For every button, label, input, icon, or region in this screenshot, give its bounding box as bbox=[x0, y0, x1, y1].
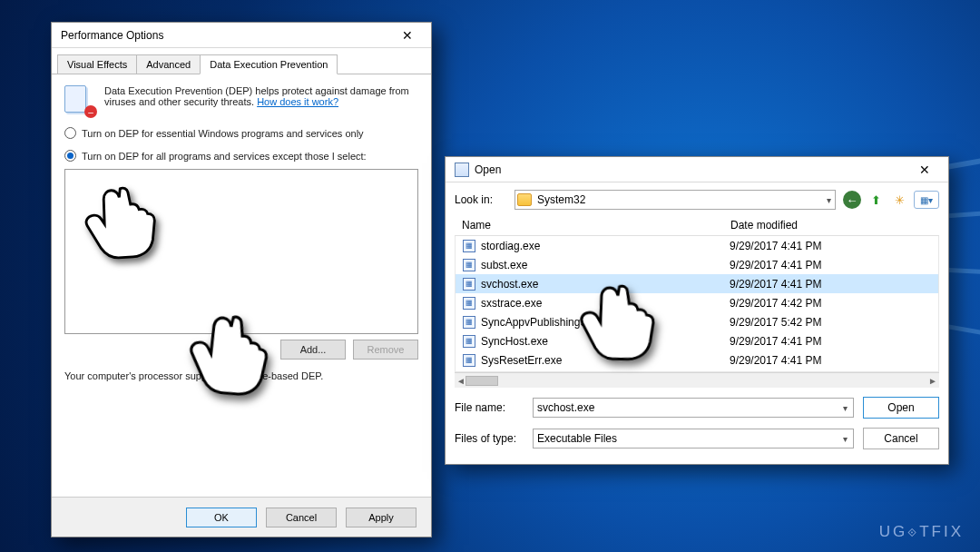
file-date: 9/29/2017 4:41 PM bbox=[730, 278, 821, 291]
file-row[interactable]: ▦SyncHost.exe9/29/2017 4:41 PM bbox=[456, 331, 938, 350]
filetype-value: Executable Files bbox=[537, 432, 617, 445]
horizontal-scrollbar[interactable]: ◄ ► bbox=[455, 372, 939, 388]
file-name: svchost.exe bbox=[481, 278, 730, 291]
radio-essential-only[interactable]: Turn on DEP for essential Windows progra… bbox=[64, 127, 418, 139]
tab-dep[interactable]: Data Execution Prevention bbox=[200, 54, 338, 74]
file-date: 9/29/2017 4:41 PM bbox=[730, 335, 821, 348]
file-row[interactable]: ▦SysResetErr.exe9/29/2017 4:41 PM bbox=[456, 350, 938, 370]
col-date[interactable]: Date modified bbox=[730, 219, 798, 232]
exe-icon: ▦ bbox=[463, 297, 475, 310]
dep-support-note: Your computer's processor supports hardw… bbox=[64, 370, 418, 381]
open-button[interactable]: Open bbox=[863, 397, 939, 419]
file-row[interactable]: ▦subst.exe9/29/2017 4:41 PM bbox=[456, 255, 938, 274]
dialog-button-bar: OK Cancel Apply bbox=[52, 497, 431, 537]
exe-icon: ▦ bbox=[463, 278, 475, 291]
file-name: stordiag.exe bbox=[481, 240, 730, 252]
cancel-button[interactable]: Cancel bbox=[863, 428, 939, 449]
open-file-dialog: Open ✕ Look in: System32 ▾ ← ⬆ ✳ ▦▾ Name… bbox=[445, 156, 949, 465]
col-name[interactable]: Name bbox=[462, 219, 730, 232]
tabstrip: Visual Effects Advanced Data Execution P… bbox=[52, 48, 431, 74]
apply-button[interactable]: Apply bbox=[346, 508, 416, 527]
file-name: SyncAppvPublishingServer.exe bbox=[481, 316, 730, 329]
filename-label: File name: bbox=[455, 401, 524, 414]
scroll-thumb[interactable] bbox=[466, 376, 498, 386]
file-list-header[interactable]: Name Date modified bbox=[455, 215, 939, 236]
file-date: 9/29/2017 4:42 PM bbox=[730, 297, 821, 310]
cancel-button[interactable]: Cancel bbox=[266, 508, 337, 527]
titlebar[interactable]: Performance Options ✕ bbox=[52, 23, 431, 48]
file-row[interactable]: ▦stordiag.exe9/29/2017 4:41 PM bbox=[456, 236, 938, 255]
file-row[interactable]: ▦svchost.exe9/29/2017 4:41 PM bbox=[456, 274, 938, 293]
tab-advanced[interactable]: Advanced bbox=[136, 54, 201, 74]
chevron-down-icon[interactable]: ▾ bbox=[843, 434, 848, 444]
file-date: 9/29/2017 4:41 PM bbox=[730, 240, 821, 252]
radio-icon-selected bbox=[64, 150, 76, 162]
dep-exception-list[interactable] bbox=[64, 169, 418, 334]
titlebar[interactable]: Open ✕ bbox=[446, 157, 948, 182]
exe-icon: ▦ bbox=[463, 335, 475, 348]
scroll-right-icon[interactable]: ► bbox=[928, 376, 937, 386]
exe-icon: ▦ bbox=[463, 354, 475, 367]
scroll-left-icon[interactable]: ◄ bbox=[456, 376, 466, 386]
remove-button: Remove bbox=[353, 340, 418, 360]
watermark: UG⟐TFIX bbox=[879, 523, 964, 541]
radio-label: Turn on DEP for all programs and service… bbox=[82, 151, 367, 162]
window-title: Performance Options bbox=[61, 29, 163, 42]
filetype-label: Files of type: bbox=[455, 432, 524, 445]
file-date: 9/29/2017 4:41 PM bbox=[730, 354, 821, 367]
tab-visual-effects[interactable]: Visual Effects bbox=[57, 54, 137, 74]
views-menu-icon[interactable]: ▦▾ bbox=[914, 191, 939, 209]
back-icon[interactable]: ← bbox=[843, 191, 861, 209]
radio-icon bbox=[64, 127, 76, 139]
window-title: Open bbox=[475, 163, 501, 176]
file-date: 9/29/2017 5:42 PM bbox=[730, 316, 821, 329]
file-row[interactable]: ▦SyncAppvPublishingServer.exe9/29/2017 5… bbox=[456, 312, 938, 331]
ok-button[interactable]: OK bbox=[186, 508, 257, 527]
lookin-combo[interactable]: System32 ▾ bbox=[514, 190, 836, 210]
radio-all-except[interactable]: Turn on DEP for all programs and service… bbox=[64, 150, 418, 162]
file-list[interactable]: ▦stordiag.exe9/29/2017 4:41 PM▦subst.exe… bbox=[455, 236, 939, 372]
exe-icon: ▦ bbox=[463, 316, 475, 329]
chevron-down-icon: ▾ bbox=[827, 195, 831, 205]
file-name: subst.exe bbox=[481, 259, 730, 271]
how-does-it-work-link[interactable]: How does it work? bbox=[257, 96, 338, 107]
folder-icon bbox=[517, 193, 532, 206]
radio-label: Turn on DEP for essential Windows progra… bbox=[82, 128, 364, 139]
close-button[interactable]: ✕ bbox=[389, 25, 426, 45]
exe-icon: ▦ bbox=[463, 259, 475, 271]
file-name: SyncHost.exe bbox=[481, 335, 730, 348]
dep-panel: – Data Execution Prevention (DEP) helps … bbox=[52, 74, 431, 392]
dialog-icon bbox=[455, 163, 469, 177]
filetype-combo[interactable]: Executable Files ▾ bbox=[533, 429, 854, 448]
file-name: sxstrace.exe bbox=[481, 297, 730, 310]
lookin-label: Look in: bbox=[455, 193, 507, 206]
add-button[interactable]: Add... bbox=[280, 340, 346, 360]
filename-value: svchost.exe bbox=[537, 401, 594, 414]
filename-input[interactable]: svchost.exe ▾ bbox=[533, 398, 854, 418]
file-date: 9/29/2017 4:41 PM bbox=[730, 259, 821, 271]
file-name: SysResetErr.exe bbox=[481, 354, 730, 367]
exe-icon: ▦ bbox=[463, 240, 475, 252]
file-row[interactable]: ▦sxstrace.exe9/29/2017 4:42 PM bbox=[456, 293, 938, 312]
dep-description: Data Execution Prevention (DEP) helps pr… bbox=[104, 85, 418, 116]
new-folder-icon[interactable]: ✳ bbox=[890, 191, 908, 209]
chevron-down-icon[interactable]: ▾ bbox=[843, 403, 848, 413]
dep-shield-icon: – bbox=[64, 85, 95, 116]
performance-options-window: Performance Options ✕ Visual Effects Adv… bbox=[51, 22, 432, 537]
close-button[interactable]: ✕ bbox=[906, 160, 943, 180]
up-one-level-icon[interactable]: ⬆ bbox=[867, 191, 885, 209]
lookin-value: System32 bbox=[537, 193, 585, 206]
